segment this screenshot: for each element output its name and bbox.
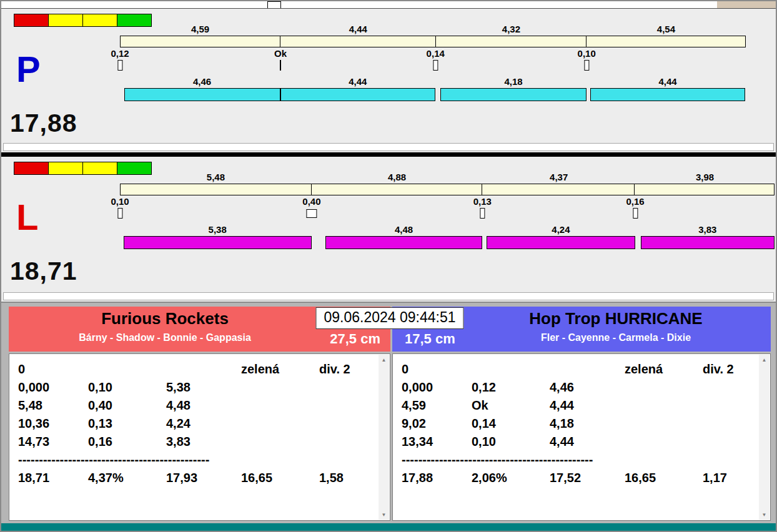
change-time: 0,16 bbox=[626, 196, 644, 219]
change-marker-icon bbox=[117, 60, 122, 71]
scoreboard: Furious Rockets Bárny - Shadow - Bonnie … bbox=[1, 302, 776, 523]
team-right-results-body: 0 zelená div. 2 0,000 0,12 4,46 4,59 Ok … bbox=[393, 354, 770, 487]
dog-times-L: 5,38 4,48 4,24 3,83 bbox=[120, 223, 775, 236]
row-cell: 9,02 bbox=[402, 416, 472, 431]
traffic-yellow-cell bbox=[83, 14, 117, 26]
row-cell: 0,14 bbox=[472, 416, 550, 431]
row-cell: 4,44 bbox=[550, 435, 625, 449]
dog-times-P: 4,46 4,44 4,18 4,44 bbox=[120, 75, 746, 88]
dog-bar-segment bbox=[590, 88, 746, 101]
summary-cell: 16,65 bbox=[241, 471, 319, 485]
change-time: 0,10 bbox=[578, 48, 596, 71]
lane-L-bars-area: 5,48 4,88 4,37 3,98 0,10 bbox=[120, 170, 775, 249]
team-left-jump-height: 27,5 cm bbox=[330, 331, 380, 347]
dog-time: 4,46 bbox=[124, 75, 280, 88]
change-marker-icon bbox=[433, 60, 438, 71]
bottom-bar bbox=[1, 523, 776, 531]
row-cell: 10,36 bbox=[18, 416, 88, 431]
row-cell: 5,48 bbox=[18, 398, 88, 413]
section-time: 4,44 bbox=[280, 22, 436, 36]
separator-line: ----------------------------------------… bbox=[18, 453, 319, 467]
summary-row: 18,71 4,37% 17,93 16,65 1,58 bbox=[18, 469, 372, 487]
change-time: 0,40 bbox=[302, 196, 320, 218]
dog-bar-segment bbox=[124, 88, 280, 101]
table-row: 14,73 0,16 3,83 bbox=[18, 433, 372, 451]
table-row: 5,48 0,40 4,48 bbox=[18, 397, 372, 415]
change-marker-icon bbox=[117, 208, 122, 219]
row-cell: 0 bbox=[18, 362, 88, 377]
scroll-up-icon[interactable]: ▲ bbox=[379, 355, 389, 365]
table-row: 10,36 0,13 4,24 bbox=[18, 415, 372, 433]
section-bar-segment bbox=[312, 184, 482, 195]
separator-row: ----------------------------------------… bbox=[18, 451, 372, 469]
change-marker-icon bbox=[280, 60, 281, 71]
row-cell: 4,59 bbox=[402, 398, 472, 413]
section-bar-segment bbox=[121, 36, 280, 47]
section-bar-L bbox=[120, 184, 775, 195]
result-tables: 0 zelená div. 2 0,000 0,10 5,38 5,48 0,4… bbox=[9, 353, 771, 521]
dog-time: 4,44 bbox=[590, 75, 746, 88]
dog-time: 4,24 bbox=[487, 223, 635, 236]
scroll-down-icon[interactable]: ▼ bbox=[759, 510, 770, 520]
lane-total-time-P: 17,88 bbox=[10, 109, 77, 138]
row-cell: 3,83 bbox=[166, 435, 241, 449]
section-bar-segment bbox=[436, 36, 586, 47]
row-cell: 0,13 bbox=[88, 416, 166, 431]
traffic-red-cell bbox=[14, 14, 48, 26]
row-cell: 0,10 bbox=[88, 380, 166, 395]
background-window-tab[interactable] bbox=[267, 1, 281, 8]
dog-bar-segment bbox=[124, 236, 312, 249]
table-row: 0,000 0,10 5,38 bbox=[18, 378, 372, 397]
team-right-dog-names: Fler - Cayenne - Carmela - Dixie bbox=[473, 332, 758, 343]
dog-time: 4,48 bbox=[325, 223, 482, 236]
section-time: 4,32 bbox=[436, 22, 587, 36]
section-time: 4,37 bbox=[482, 170, 635, 184]
summary-total: 18,71 bbox=[18, 471, 88, 485]
summary-cell: 1,58 bbox=[319, 471, 372, 485]
dog-bar-segment bbox=[641, 236, 775, 249]
dog-bar-L bbox=[120, 236, 775, 249]
lane-status-strip bbox=[3, 292, 774, 300]
team-left-results-body: 0 zelená div. 2 0,000 0,10 5,38 5,48 0,4… bbox=[9, 354, 390, 487]
section-bar-segment bbox=[280, 36, 435, 47]
summary-cell: 1,17 bbox=[703, 471, 753, 485]
row-cell: 0,000 bbox=[18, 380, 88, 395]
row-cell: 4,48 bbox=[166, 398, 241, 413]
scrollbar[interactable]: ▲ ▼ bbox=[379, 355, 389, 520]
flyball-timer-window: 4,59 4,44 4,32 4,54 0,12 bbox=[0, 0, 777, 532]
dog-time: 4,18 bbox=[440, 75, 586, 88]
change-marker-icon bbox=[480, 208, 485, 219]
row-cell: 4,46 bbox=[550, 380, 625, 395]
section-time: 4,88 bbox=[312, 170, 482, 184]
section-time: 5,48 bbox=[120, 170, 312, 184]
section-bar-segment bbox=[482, 184, 635, 195]
change-marker-icon bbox=[306, 209, 317, 218]
section-bar-P bbox=[120, 36, 746, 47]
team-right-results: 0 zelená div. 2 0,000 0,12 4,46 4,59 Ok … bbox=[392, 353, 771, 521]
summary-cell: 17,93 bbox=[166, 471, 241, 485]
dog-bar-segment bbox=[487, 236, 635, 249]
team-right-jump-height: 17,5 cm bbox=[405, 331, 455, 347]
section-time: 4,54 bbox=[586, 22, 745, 36]
summary-cell: 17,52 bbox=[550, 471, 625, 485]
summary-cell: 16,65 bbox=[625, 471, 703, 485]
table-row: 0 zelená div. 2 bbox=[18, 360, 372, 378]
dog-bar-P bbox=[120, 88, 746, 101]
scrollbar[interactable]: ▲ ▼ bbox=[759, 355, 770, 520]
row-cell: 4,44 bbox=[550, 398, 625, 413]
team-right-name: Hop Trop HURRICANE bbox=[473, 307, 758, 328]
lane-divider bbox=[1, 152, 776, 157]
change-marker-icon bbox=[584, 60, 589, 71]
row-cell: 0,40 bbox=[88, 398, 166, 413]
row-cell: 0 bbox=[402, 362, 472, 377]
change-time: Ok bbox=[274, 48, 287, 71]
team-left-name: Furious Rockets bbox=[9, 307, 321, 328]
row-cell: 0,10 bbox=[472, 435, 550, 449]
scroll-up-icon[interactable]: ▲ bbox=[759, 355, 770, 365]
table-row: 9,02 0,14 4,18 bbox=[402, 415, 753, 433]
scroll-down-icon[interactable]: ▼ bbox=[379, 510, 389, 520]
change-marker-icon bbox=[633, 208, 638, 219]
section-bar-segment bbox=[121, 184, 312, 195]
row-cell: 0,12 bbox=[472, 380, 550, 395]
row-cell: 4,24 bbox=[166, 416, 241, 431]
